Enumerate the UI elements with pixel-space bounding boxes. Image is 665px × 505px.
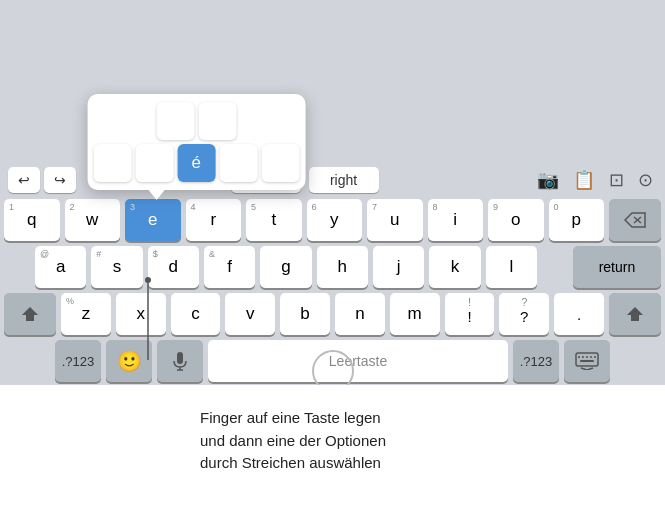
key-x[interactable]: x bbox=[116, 293, 166, 335]
key-v[interactable]: v bbox=[225, 293, 275, 335]
popup-key-emacron[interactable]: ē bbox=[261, 144, 299, 182]
backspace-key[interactable] bbox=[609, 199, 661, 241]
right-button[interactable]: right bbox=[309, 167, 379, 193]
annotation-line3: durch Streichen auswählen bbox=[200, 454, 381, 471]
toolbar-right: 📷 📋 ⊡ ⊙ bbox=[533, 167, 657, 193]
key-y[interactable]: 6y bbox=[307, 199, 363, 241]
right-numbers-key[interactable]: .?123 bbox=[513, 340, 559, 382]
key-w[interactable]: 2w bbox=[65, 199, 121, 241]
key-period[interactable]: . bbox=[554, 293, 604, 335]
toolbar-left: ↩ ↪ bbox=[8, 167, 76, 193]
key-g[interactable]: g bbox=[260, 246, 311, 288]
e-popup: ė ę ê è é ë ē bbox=[87, 94, 305, 190]
svg-rect-4 bbox=[177, 352, 183, 364]
svg-rect-7 bbox=[576, 353, 598, 366]
key-r[interactable]: 4r bbox=[186, 199, 242, 241]
screen-button[interactable]: ⊡ bbox=[605, 167, 628, 193]
key-s[interactable]: #s bbox=[91, 246, 142, 288]
key-f[interactable]: &f bbox=[204, 246, 255, 288]
key-a[interactable]: @a bbox=[35, 246, 86, 288]
key-o[interactable]: 9o bbox=[488, 199, 544, 241]
key-exclaim[interactable]: ! ! bbox=[445, 293, 495, 335]
key-question[interactable]: ? ? bbox=[499, 293, 549, 335]
upload-icon: ⊙ bbox=[638, 170, 653, 190]
return-key[interactable]: return bbox=[573, 246, 661, 288]
popup-arrow bbox=[148, 190, 164, 200]
key-h[interactable]: h bbox=[317, 246, 368, 288]
backspace-icon bbox=[624, 212, 646, 228]
row2-spacer2 bbox=[542, 246, 568, 288]
emoji-icon: 🙂 bbox=[117, 349, 142, 373]
key-c[interactable]: c bbox=[171, 293, 221, 335]
popup-key-egrave[interactable]: è bbox=[135, 144, 173, 182]
key-t[interactable]: 5t bbox=[246, 199, 302, 241]
key-k[interactable]: k bbox=[429, 246, 480, 288]
svg-marker-3 bbox=[627, 307, 643, 321]
popup-row-1: ė ę bbox=[93, 102, 299, 140]
clipboard-button[interactable]: 📋 bbox=[569, 167, 599, 193]
popup-row-2: ê è é ë ē bbox=[93, 144, 299, 182]
popup-key-eogonek[interactable]: ę bbox=[198, 102, 236, 140]
popup-key-ecircumflex[interactable]: ê bbox=[93, 144, 131, 182]
key-u[interactable]: 7u bbox=[367, 199, 423, 241]
shift-icon bbox=[21, 305, 39, 323]
annotation-line1: Finger auf eine Taste legen bbox=[200, 409, 381, 426]
key-i[interactable]: 8i bbox=[428, 199, 484, 241]
space-key[interactable]: Leertaste bbox=[208, 340, 508, 382]
annotation-line2: und dann eine der Optionen bbox=[200, 432, 386, 449]
upload-button[interactable]: ⊙ bbox=[634, 167, 657, 193]
ipad-area: ↩ ↪ really right 📷 📋 ⊡ ⊙ bbox=[0, 0, 665, 390]
annotation-area: Finger auf eine Taste legen und dann ein… bbox=[0, 385, 665, 505]
key-row-3: %z x c v b n m ! ! ? ? . bbox=[4, 293, 661, 335]
keyboard-key[interactable] bbox=[564, 340, 610, 382]
clipboard-icon: 📋 bbox=[573, 170, 595, 190]
emoji-key[interactable]: 🙂 bbox=[106, 340, 152, 382]
svg-marker-2 bbox=[22, 307, 38, 321]
screen-icon: ⊡ bbox=[609, 170, 624, 190]
mic-key[interactable] bbox=[157, 340, 203, 382]
key-row-1: 1q 2w 3e ė ę ê bbox=[4, 199, 661, 241]
annotation-text: Finger auf eine Taste legen und dann ein… bbox=[200, 397, 386, 475]
popup-key-eumlaut[interactable]: ë bbox=[219, 144, 257, 182]
row2-spacer bbox=[4, 246, 30, 288]
mic-icon bbox=[173, 351, 187, 371]
key-j[interactable]: j bbox=[373, 246, 424, 288]
shift-right-icon bbox=[626, 305, 644, 323]
keyboard-icon bbox=[575, 352, 599, 370]
left-numbers-key[interactable]: .?123 bbox=[55, 340, 101, 382]
popup-key-eacute[interactable]: é bbox=[177, 144, 215, 182]
camera-button[interactable]: 📷 bbox=[533, 167, 563, 193]
left-shift-key[interactable] bbox=[4, 293, 56, 335]
undo-button[interactable]: ↩ bbox=[8, 167, 40, 193]
key-l[interactable]: l bbox=[486, 246, 537, 288]
key-p[interactable]: 0p bbox=[549, 199, 605, 241]
key-d[interactable]: $d bbox=[148, 246, 199, 288]
redo-button[interactable]: ↪ bbox=[44, 167, 76, 193]
right-shift-key[interactable] bbox=[609, 293, 661, 335]
key-m[interactable]: m bbox=[390, 293, 440, 335]
key-n[interactable]: n bbox=[335, 293, 385, 335]
key-row-2: @a #s $d &f g h j k l return bbox=[4, 246, 661, 288]
key-e[interactable]: 3e ė ę ê è é ë bbox=[125, 199, 181, 241]
camera-icon: 📷 bbox=[537, 170, 559, 190]
key-q[interactable]: 1q bbox=[4, 199, 60, 241]
key-z[interactable]: %z bbox=[61, 293, 111, 335]
key-b[interactable]: b bbox=[280, 293, 330, 335]
popup-key-edot[interactable]: ė bbox=[156, 102, 194, 140]
